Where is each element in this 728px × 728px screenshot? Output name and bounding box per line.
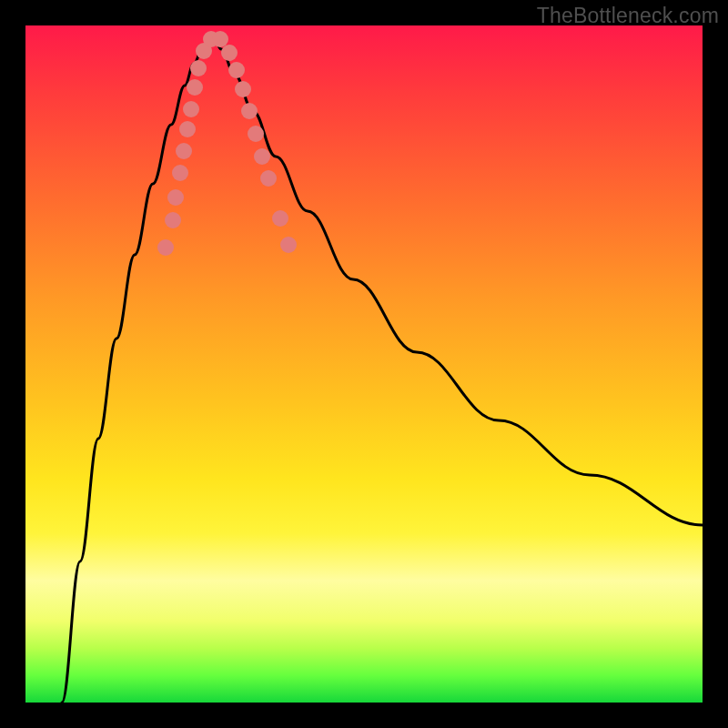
data-dot [221,45,238,61]
data-dot [272,210,288,227]
chart-frame: TheBottleneck.com [0,0,728,728]
data-dot [212,31,228,47]
data-dot [157,239,174,256]
curve-svg [25,25,703,703]
data-dot [167,189,184,206]
data-dot [254,148,270,165]
data-dot [228,62,245,78]
data-dot [235,81,251,97]
data-dot [280,237,297,253]
data-dot [183,101,199,117]
data-dot [165,212,181,228]
data-dot [179,121,196,137]
data-dot [241,103,258,119]
data-dot [172,165,188,181]
data-dot [260,170,277,187]
curve-group [62,34,703,703]
curve-right-branch [212,34,703,525]
dots-group [157,31,297,256]
watermark-text: TheBottleneck.com [537,4,719,28]
data-dot [176,143,192,159]
data-dot [248,126,264,142]
data-dot [187,79,203,96]
plot-area [25,25,703,703]
data-dot [190,60,207,76]
